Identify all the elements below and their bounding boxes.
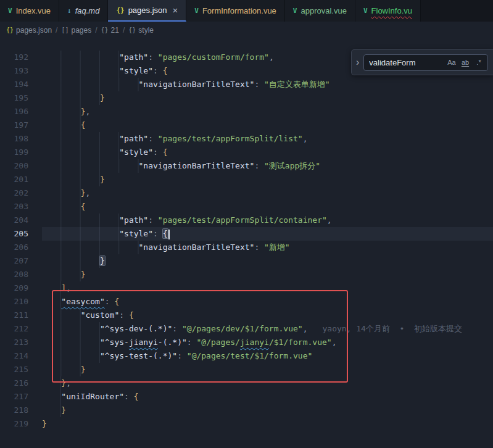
line-number[interactable]: 197 [0, 118, 28, 132]
line-number[interactable]: 193 [0, 64, 28, 78]
code-line-202[interactable]: 202 }, [0, 186, 493, 200]
code-line-219[interactable]: 219} [0, 417, 493, 431]
code-line-215[interactable]: 215 } [0, 363, 493, 376]
code-token: { [129, 310, 134, 320]
line-number[interactable]: 217 [0, 390, 28, 404]
line-number[interactable]: 200 [0, 159, 28, 173]
code-token: ] [61, 283, 66, 292]
code-line-203[interactable]: 203 { [0, 200, 493, 214]
line-content: "navigationBarTitleText": "测试app拆分" [42, 159, 493, 173]
git-blame-annotation: yaoyn, 14个月前 • 初始版本提交 [322, 324, 462, 333]
line-number[interactable]: 194 [0, 78, 28, 91]
line-content: { [42, 118, 493, 132]
code-line-205[interactable]: 205 "style": { [0, 227, 493, 241]
breadcrumb-item-style[interactable]: {}style [128, 26, 154, 35]
code-token: -(.*)" [158, 338, 187, 347]
code-line-200[interactable]: 200 "navigationBarTitleText": "测试app拆分" [0, 159, 493, 173]
line-number[interactable]: 202 [0, 186, 28, 200]
tab-faq.md[interactable]: ↓faq.md [59, 0, 108, 22]
line-number[interactable]: 212 [0, 322, 28, 336]
code-line-198[interactable]: 198 "path": "pages/test/appFormSplit/lis… [0, 132, 493, 146]
code-line-199[interactable]: 199 "style": { [0, 146, 493, 159]
code-line-211[interactable]: 211 "custom": { [0, 309, 493, 322]
code-line-204[interactable]: 204 "path": "pages/test/appFormSplit/con… [0, 214, 493, 227]
line-content: "path": "pages/test/appFormSplit/contain… [42, 214, 493, 227]
code-token: : [187, 338, 197, 347]
line-number[interactable]: 203 [0, 200, 28, 214]
line-number[interactable]: 218 [0, 404, 28, 417]
regex-icon[interactable]: .* [473, 56, 485, 68]
code-token: } [100, 256, 105, 265]
line-content: ], [42, 281, 493, 295]
line-number[interactable]: 206 [0, 241, 28, 254]
tab-Index.vue[interactable]: VIndex.vue [0, 0, 59, 22]
code-line-213[interactable]: 213 "^sys-jianyi-(.*)": "@/pages/jianyi/… [0, 336, 493, 349]
line-number[interactable]: 198 [0, 132, 28, 146]
code-line-209[interactable]: 209 ], [0, 281, 493, 295]
code-token: "custom" [81, 310, 120, 320]
code-token: "navigationBarTitleText" [139, 243, 255, 252]
tab-label: pages.json [128, 6, 167, 15]
line-number[interactable]: 213 [0, 336, 28, 349]
code-token: : [172, 324, 182, 333]
code-token: } [100, 175, 105, 184]
code-line-217[interactable]: 217 "uniIdRouter": { [0, 390, 493, 404]
line-number[interactable]: 209 [0, 281, 28, 295]
line-number[interactable]: 196 [0, 105, 28, 118]
code-line-208[interactable]: 208 } [0, 268, 493, 281]
code-line-194[interactable]: 194 "navigationBarTitleText": "自定义表单新增" [0, 78, 493, 91]
breadcrumb-separator: / [123, 26, 125, 35]
tab-approval.vue[interactable]: Vapproval.vue [285, 0, 355, 22]
code-line-201[interactable]: 201 } [0, 173, 493, 186]
whole-word-icon[interactable]: ab [459, 56, 471, 68]
line-number[interactable]: 207 [0, 254, 28, 268]
line-number[interactable]: 216 [0, 376, 28, 390]
code-token [42, 118, 81, 132]
tab-FlowInfo.vu[interactable]: VFlowInfo.vu [355, 0, 421, 22]
line-number[interactable]: 210 [0, 295, 28, 309]
line-number[interactable]: 199 [0, 146, 28, 159]
code-line-196[interactable]: 196 }, [0, 105, 493, 118]
code-line-214[interactable]: 214 "^sys-test-(.*)": "@/pages/test/$1/f… [0, 349, 493, 363]
line-number[interactable]: 208 [0, 268, 28, 281]
line-number[interactable]: 219 [0, 417, 28, 431]
code-token: "^sys- [100, 338, 129, 347]
line-number[interactable]: 192 [0, 51, 28, 64]
breadcrumb-item-pages.json[interactable]: {}pages.json [6, 26, 52, 35]
line-number[interactable]: 201 [0, 173, 28, 186]
code-token [42, 295, 61, 309]
code-line-195[interactable]: 195 } [0, 91, 493, 105]
line-number[interactable]: 214 [0, 349, 28, 363]
code-token: : [177, 351, 187, 360]
code-line-210[interactable]: 210 "easycom": { [0, 295, 493, 309]
tab-FormInformation.vue[interactable]: VFormInformation.vue [186, 0, 285, 22]
line-content: } [42, 173, 493, 186]
line-number[interactable]: 215 [0, 363, 28, 376]
line-number[interactable]: 204 [0, 214, 28, 227]
breadcrumb-item-pages[interactable]: []pages [61, 26, 91, 35]
code-line-212[interactable]: 212 "^sys-dev-(.*)": "@/pages/dev/$1/for… [0, 322, 493, 336]
code-token: , [303, 324, 308, 333]
line-content: } [42, 91, 493, 105]
close-icon[interactable]: × [173, 6, 178, 15]
code-line-197[interactable]: 197 { [0, 118, 493, 132]
editor-pane[interactable]: 192 "path": "pages/customForm/form",193 … [0, 38, 493, 448]
code-line-218[interactable]: 218 } [0, 404, 493, 417]
code-token: "path" [119, 52, 148, 62]
code-token [42, 186, 81, 200]
chevron-right-icon[interactable]: › [352, 57, 363, 68]
code-token: : [254, 243, 264, 252]
code-token: , [85, 107, 90, 116]
line-number[interactable]: 205 [0, 227, 28, 241]
match-case-icon[interactable]: Aa [445, 56, 458, 68]
code-line-207[interactable]: 207 } [0, 254, 493, 268]
line-number[interactable]: 211 [0, 309, 28, 322]
line-number[interactable]: 195 [0, 91, 28, 105]
code-token [42, 404, 61, 417]
code-token: } [61, 378, 66, 388]
code-line-216[interactable]: 216 }, [0, 376, 493, 390]
code-line-206[interactable]: 206 "navigationBarTitleText": "新增" [0, 241, 493, 254]
tab-pages.json[interactable]: {}pages.json× [108, 0, 186, 22]
find-input[interactable]: validateForm Aa ab .* [363, 54, 488, 71]
breadcrumb-item-21[interactable]: {}21 [101, 26, 119, 35]
